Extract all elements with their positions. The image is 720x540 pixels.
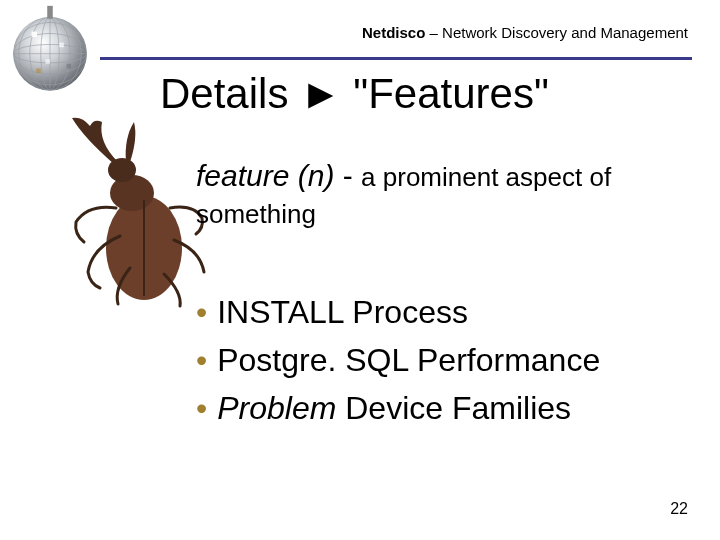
definition-term: feature (n) xyxy=(196,159,334,192)
bullet-3: •Problem Device Families xyxy=(196,384,600,432)
definition-body2: something xyxy=(196,199,316,229)
bullet-list: •INSTALL Process •Postgre. SQL Performan… xyxy=(196,288,600,432)
page-number: 22 xyxy=(670,500,688,518)
beetle-image xyxy=(54,108,214,308)
svg-rect-13 xyxy=(36,68,41,73)
definition-body1: a prominent aspect of xyxy=(361,162,611,192)
discoball-icon xyxy=(4,4,96,96)
svg-rect-12 xyxy=(45,59,50,64)
slide-title: Details ► "Features" xyxy=(160,70,549,118)
svg-rect-10 xyxy=(32,32,38,38)
definition-block: feature (n) - a prominent aspect of some… xyxy=(196,156,676,232)
bullet-1b: Process xyxy=(343,294,467,330)
header-rest: – Network Discovery and Management xyxy=(425,24,688,41)
bullet-1a: INSTALL xyxy=(217,294,343,330)
bullet-2: •Postgre. SQL Performance xyxy=(196,336,600,384)
bullet-3a: Problem xyxy=(217,390,336,426)
svg-rect-15 xyxy=(47,6,53,19)
svg-rect-11 xyxy=(59,43,64,48)
definition-dash: - xyxy=(334,159,361,192)
header-rule xyxy=(100,57,692,60)
header-bold: Netdisco xyxy=(362,24,425,41)
svg-rect-14 xyxy=(67,64,72,69)
bullet-1: •INSTALL Process xyxy=(196,288,600,336)
bullet-3b: Device Families xyxy=(336,390,571,426)
header-text: Netdisco – Network Discovery and Managem… xyxy=(362,24,688,41)
bullet-2-text: Postgre. SQL Performance xyxy=(217,342,600,378)
